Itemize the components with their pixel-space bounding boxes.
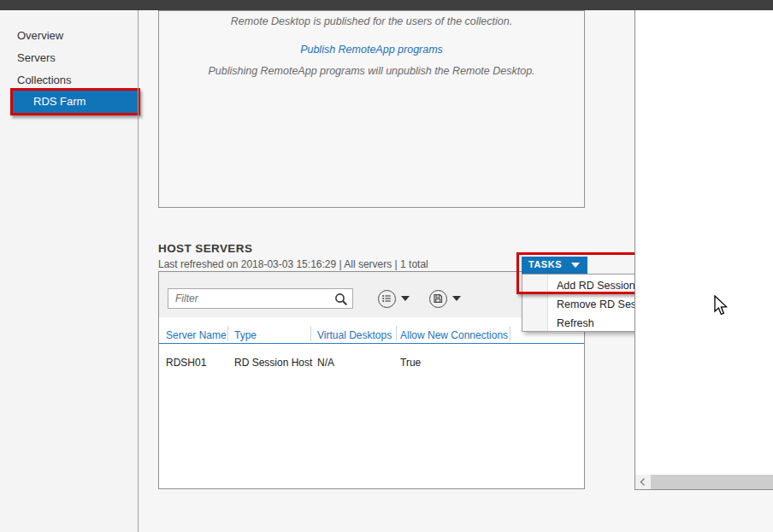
chevron-left-icon <box>635 475 651 489</box>
publish-info-line: Remote Desktop is published for the user… <box>159 15 584 27</box>
menu-icon-gutter <box>522 275 548 331</box>
scrollbar-thumb[interactable] <box>651 475 773 489</box>
cell-allow-new-connections: True <box>400 357 421 369</box>
search-icon[interactable] <box>334 293 348 306</box>
publish-remoteapp-link[interactable]: Publish RemoteApp programs <box>159 44 584 56</box>
filter-input[interactable] <box>168 289 352 308</box>
column-header-type[interactable]: Type <box>234 329 257 341</box>
cell-virtual-desktops: N/A <box>317 357 334 369</box>
sidebar-item-overview[interactable]: Overview <box>17 29 63 42</box>
column-options-button[interactable] <box>378 290 396 308</box>
remote-desktop-publish-panel: Remote Desktop is published for the user… <box>158 10 585 208</box>
column-header-server-name[interactable]: Server Name <box>166 329 227 341</box>
chevron-down-icon <box>571 263 580 268</box>
publish-warning-line: Publishing RemoteApp programs will unpub… <box>159 65 584 77</box>
column-options-dropdown-arrow-icon[interactable] <box>401 296 410 301</box>
sidebar-item-servers[interactable]: Servers <box>17 51 56 64</box>
window-top-bar <box>0 0 773 10</box>
column-header-virtual-desktops[interactable]: Virtual Desktops <box>317 329 392 341</box>
sidebar-item-collections[interactable]: Collections <box>17 74 72 86</box>
filter-box <box>168 288 353 309</box>
sidebar-divider <box>138 10 139 532</box>
save-icon <box>430 291 446 306</box>
horizontal-scrollbar[interactable] <box>635 475 773 489</box>
column-separator <box>510 326 510 341</box>
column-separator <box>310 326 311 341</box>
header-underline <box>159 343 584 344</box>
column-separator <box>396 326 397 341</box>
host-servers-title: HOST SERVERS <box>158 242 252 255</box>
cell-server-name: RDSH01 <box>166 357 206 369</box>
menu-item-refresh[interactable]: Refresh <box>557 317 594 329</box>
host-servers-status: Last refreshed on 2018-03-03 15:16:29 | … <box>158 258 428 270</box>
tasks-button-label: TASKS <box>528 259 562 269</box>
sidebar-item-rds-farm[interactable]: RDS Farm <box>13 91 138 113</box>
export-dropdown-arrow-icon[interactable] <box>452 296 461 301</box>
highlight-box-rds-farm: RDS Farm <box>10 88 140 115</box>
list-icon <box>379 291 394 306</box>
column-header-allow-new-connections[interactable]: Allow New Connections <box>400 329 508 341</box>
tasks-button[interactable]: TASKS <box>522 257 587 274</box>
cell-type: RD Session Host <box>234 357 312 369</box>
scrollbar-left-arrow[interactable] <box>635 475 651 489</box>
export-button[interactable] <box>429 290 447 308</box>
right-pane <box>634 10 773 490</box>
column-separator <box>227 326 228 341</box>
